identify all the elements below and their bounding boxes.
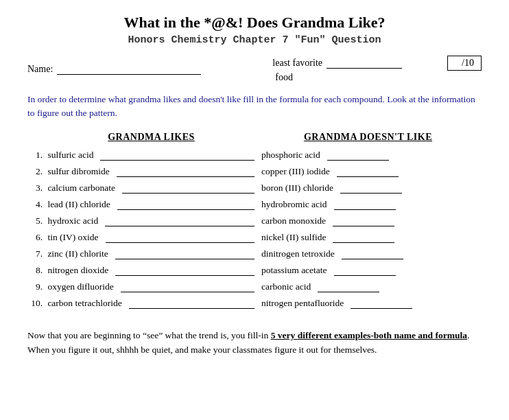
least-favorite-label: least favorite (272, 58, 322, 69)
dislikes-item-row: copper (III) iodide (254, 166, 482, 177)
formula-line[interactable] (327, 150, 389, 161)
item-number: 4. (27, 199, 43, 210)
item-name: nitrogen dioxide (45, 265, 108, 276)
food-label: food (275, 72, 293, 83)
dislikes-list: phosphoric acid copper (III) iodide boro… (254, 150, 482, 309)
item-name: potassium acetate (261, 265, 327, 276)
formula-line[interactable] (100, 150, 254, 161)
formula-line[interactable] (333, 215, 394, 226)
dislikes-item-row: nickel (II) sulfide (254, 232, 482, 243)
item-name: copper (III) iodide (261, 166, 330, 177)
instructions-text: In order to determine what grandma likes… (27, 93, 482, 121)
footer-part1: Now that you are beginning to “see” what… (27, 330, 271, 340)
name-field: Name: (27, 64, 201, 75)
dislikes-column: GRANDMA DOESN'T LIKE phosphoric acid cop… (254, 132, 482, 314)
dislikes-item-row: carbon monoxide (254, 215, 482, 226)
item-name: oxygen difluoride (45, 281, 114, 292)
item-name: carbon tetrachloride (45, 298, 122, 309)
formula-line[interactable] (337, 166, 399, 177)
likes-item-row: 1. sulfuric acid (27, 150, 254, 161)
formula-line[interactable] (318, 281, 379, 292)
score-box: /10 (447, 56, 482, 71)
dislikes-item-row: hydrobromic acid (254, 199, 482, 210)
name-label: Name: (27, 64, 53, 75)
item-name: sulfur dibromide (45, 166, 110, 177)
formula-line[interactable] (333, 232, 394, 243)
item-name: zinc (II) chlorite (45, 248, 108, 259)
item-number: 5. (27, 215, 43, 226)
formula-line[interactable] (342, 248, 403, 259)
item-name: lead (II) chloride (45, 199, 110, 210)
page-subtitle: Honors Chemistry Chapter 7 "Fun" Questio… (27, 34, 482, 46)
item-number: 6. (27, 232, 43, 243)
formula-line[interactable] (334, 199, 396, 210)
fav-line-row: least favorite /10 (272, 56, 482, 71)
likes-item-row: 9. oxygen difluoride (27, 281, 254, 292)
name-input-line[interactable] (57, 64, 201, 75)
likes-item-row: 3. calcium carbonate (27, 183, 254, 194)
formula-line[interactable] (334, 265, 396, 276)
formula-line[interactable] (129, 298, 254, 309)
likes-item-row: 7. zinc (II) chlorite (27, 248, 254, 259)
item-number: 10. (27, 298, 43, 309)
item-number: 9. (27, 281, 43, 292)
formula-line[interactable] (340, 183, 402, 194)
fav-food-line[interactable] (327, 58, 402, 69)
dislikes-header: GRANDMA DOESN'T LIKE (254, 132, 482, 143)
item-name: phosphoric acid (261, 150, 320, 161)
item-name: hydroxic acid (45, 215, 98, 226)
item-number: 7. (27, 248, 43, 259)
item-name: nitrogen pentafluoride (261, 298, 344, 309)
dislikes-item-row: phosphoric acid (254, 150, 482, 161)
likes-item-row: 2. sulfur dibromide (27, 166, 254, 177)
dislikes-item-row: nitrogen pentafluoride (254, 298, 482, 309)
likes-item-row: 5. hydroxic acid (27, 215, 254, 226)
likes-item-row: 10. carbon tetrachloride (27, 298, 254, 309)
item-number: 8. (27, 265, 43, 276)
formula-line[interactable] (106, 232, 254, 243)
likes-item-row: 4. lead (II) chloride (27, 199, 254, 210)
columns-container: GRANDMA LIKES 1. sulfuric acid 2. sulfur… (27, 132, 482, 314)
dislikes-item-row: carbonic acid (254, 281, 482, 292)
item-name: hydrobromic acid (261, 199, 327, 210)
formula-line[interactable] (122, 183, 254, 194)
item-name: carbon monoxide (261, 215, 326, 226)
likes-header: GRANDMA LIKES (48, 132, 254, 143)
page-title: What in the *@&! Does Grandma Like? (27, 14, 482, 32)
item-name: calcium carbonate (45, 183, 115, 194)
item-number: 2. (27, 166, 43, 177)
item-name: dinitrogen tetroxide (261, 248, 335, 259)
right-header-col: least favorite /10 food (272, 56, 482, 83)
likes-column: GRANDMA LIKES 1. sulfuric acid 2. sulfur… (27, 132, 254, 314)
item-number: 3. (27, 183, 43, 194)
item-name: boron (III) chloride (261, 183, 333, 194)
dislikes-item-row: boron (III) chloride (254, 183, 482, 194)
footer-underline: 5 very different examples-both name and … (271, 330, 467, 340)
dislikes-item-row: dinitrogen tetroxide (254, 248, 482, 259)
item-name: nickel (II) sulfide (261, 232, 326, 243)
likes-item-row: 8. nitrogen dioxide (27, 265, 254, 276)
item-name: tin (IV) oxide (45, 232, 99, 243)
dislikes-item-row: potassium acetate (254, 265, 482, 276)
formula-line[interactable] (105, 215, 254, 226)
likes-item-row: 6. tin (IV) oxide (27, 232, 254, 243)
formula-line[interactable] (351, 298, 412, 309)
header-row: Name: least favorite /10 food (27, 56, 482, 83)
formula-line[interactable] (115, 248, 254, 259)
item-number: 1. (27, 150, 43, 161)
main-title: What in the *@&! Does Grandma Like? Hono… (27, 14, 482, 46)
item-name: sulfuric acid (45, 150, 93, 161)
footer-text: Now that you are beginning to “see” what… (27, 328, 482, 358)
likes-list: 1. sulfuric acid 2. sulfur dibromide 3. … (27, 150, 254, 309)
formula-line[interactable] (121, 281, 254, 292)
formula-line[interactable] (115, 265, 254, 276)
formula-line[interactable] (117, 199, 254, 210)
item-name: carbonic acid (261, 281, 311, 292)
formula-line[interactable] (117, 166, 254, 177)
